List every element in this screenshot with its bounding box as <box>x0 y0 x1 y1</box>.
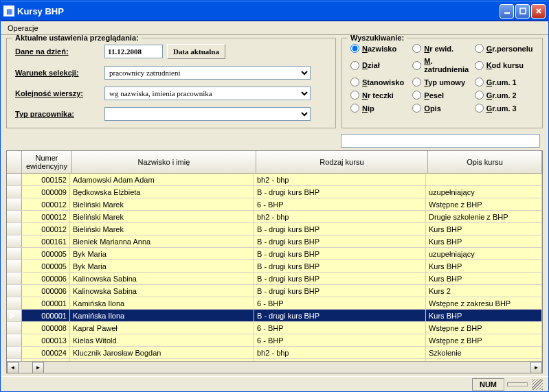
table-row[interactable]: 000005Byk MariaB - drugi kurs BHPKurs BH… <box>7 260 542 273</box>
radio-input[interactable] <box>412 91 421 100</box>
search-input[interactable] <box>341 134 540 148</box>
table-row[interactable]: 000009Będkowska ElżbietaB - drugi kurs B… <box>7 186 542 198</box>
cell-num[interactable]: 000006 <box>22 285 70 297</box>
table-row[interactable]: 000152Adamowski Adam Adambh2 - bhp <box>7 174 542 186</box>
cell-name[interactable]: Byk Maria <box>70 260 254 272</box>
cell-num[interactable]: 000009 <box>22 186 70 198</box>
cell-type[interactable]: B - drugi kurs BHP <box>254 223 426 235</box>
radio-input[interactable] <box>412 44 421 53</box>
radio-input[interactable] <box>412 61 421 70</box>
cell-name[interactable]: Kielas Witold <box>70 334 254 346</box>
cell-desc[interactable]: Kurs BHP <box>426 223 542 235</box>
filter-combo[interactable]: pracownicy zatrudnieni <box>104 66 311 80</box>
order-combo[interactable]: wg nazwiska, imienia pracownika <box>104 87 311 100</box>
cell-type[interactable]: B - drugi kurs BHP <box>254 248 426 260</box>
cell-num[interactable]: 000161 <box>22 235 70 247</box>
horizontal-scrollbar[interactable]: ◄ ► ► <box>7 361 542 373</box>
row-header[interactable] <box>7 223 22 235</box>
cell-num[interactable]: 000005 <box>22 248 70 260</box>
table-row[interactable]: 000161Bieniek Marianna AnnaB - drugi kur… <box>7 235 542 248</box>
menu-operacje[interactable]: Operacje <box>3 23 43 34</box>
cell-type[interactable]: bh2 - bhp <box>254 174 426 185</box>
cell-desc[interactable]: Wstępne z BHP <box>426 334 542 346</box>
cell-desc[interactable]: Szkolenie <box>426 347 542 358</box>
cell-name[interactable]: Byk Maria <box>70 248 254 260</box>
col-header-name[interactable]: Nazwisko i imię <box>72 151 256 173</box>
cell-desc[interactable]: Wstępne z BHP <box>426 322 542 334</box>
scroll-left-button[interactable]: ◄ <box>7 362 19 373</box>
cell-name[interactable]: Kalinowska Sabina <box>70 285 254 297</box>
search-radio-nip[interactable]: Nip <box>350 104 410 113</box>
table-row[interactable]: ▶000001Kamińska IlonaB - drugi kurs BHPK… <box>7 310 542 322</box>
table-row[interactable]: 000006Kalinowska SabinaB - drugi kurs BH… <box>7 273 542 285</box>
cell-num[interactable]: 000001 <box>22 310 70 321</box>
table-row[interactable]: 000024Klucznik Jarosław Bogdanbh2 - bhpS… <box>7 347 542 359</box>
table-row[interactable]: 000005Byk MariaB - drugi kurs BHPuzupełn… <box>7 248 542 260</box>
cell-type[interactable]: 6 - BHP <box>254 297 426 309</box>
cell-name[interactable]: Będkowska Elżbieta <box>70 186 254 198</box>
col-header-num[interactable]: Numer ewidencyjny <box>22 151 72 173</box>
radio-input[interactable] <box>412 78 421 87</box>
radio-input[interactable] <box>475 44 484 53</box>
cell-desc[interactable]: Kurs BHP <box>426 235 542 247</box>
search-radio-nazwisko[interactable]: Nazwisko <box>350 44 410 53</box>
row-header[interactable] <box>7 297 22 309</box>
cell-num[interactable]: 000001 <box>22 297 70 309</box>
radio-input[interactable] <box>412 104 421 113</box>
search-radio-kod-kursu[interactable]: Kod kursu <box>475 57 534 73</box>
search-radio-nr-ewid-[interactable]: Nr ewid. <box>412 44 471 53</box>
table-row[interactable]: 000012Bieliński Marek6 - BHPWstępne z BH… <box>7 198 542 211</box>
radio-input[interactable] <box>475 61 484 70</box>
row-header[interactable]: ▶ <box>7 310 22 321</box>
cell-num[interactable]: 000006 <box>22 273 70 284</box>
cell-desc[interactable]: Wstępne z BHP <box>426 198 542 210</box>
search-radio-m-zatrudnienia[interactable]: M. zatrudnienia <box>412 57 471 73</box>
search-radio-gr-um-3[interactable]: Gr.um. 3 <box>475 104 534 113</box>
close-button[interactable] <box>531 4 546 19</box>
date-input[interactable] <box>104 45 163 58</box>
cell-name[interactable]: Kalinowska Sabina <box>70 273 254 284</box>
cell-type[interactable]: B - drugi kurs BHP <box>254 186 426 198</box>
cell-num[interactable]: 000008 <box>22 322 70 334</box>
cell-desc[interactable]: Kurs 2 <box>426 285 542 297</box>
cell-name[interactable]: Bieniek Marianna Anna <box>70 235 254 247</box>
row-header[interactable] <box>7 273 22 284</box>
cell-name[interactable]: Bieliński Marek <box>70 198 254 210</box>
row-header[interactable] <box>7 285 22 297</box>
scroll-right-mid-button[interactable]: ► <box>32 362 44 373</box>
cell-num[interactable]: 000152 <box>22 174 70 185</box>
radio-input[interactable] <box>475 78 484 87</box>
cell-desc[interactable]: Kurs BHP <box>426 260 542 272</box>
grid-header-corner[interactable] <box>7 151 22 173</box>
row-header[interactable] <box>7 235 22 247</box>
radio-input[interactable] <box>475 104 484 113</box>
current-date-button[interactable]: Data aktualna <box>167 44 225 59</box>
cell-type[interactable]: B - drugi kurs BHP <box>254 285 426 297</box>
titlebar[interactable]: ▦ Kursy BHP <box>1 1 548 21</box>
cell-desc[interactable] <box>426 174 542 185</box>
cell-name[interactable]: Bieliński Marek <box>70 211 254 222</box>
cell-num[interactable]: 000005 <box>22 260 70 272</box>
row-header[interactable] <box>7 334 22 346</box>
cell-type[interactable]: 6 - BHP <box>254 334 426 346</box>
cell-name[interactable]: Kapral Paweł <box>70 322 254 334</box>
cell-type[interactable]: B - drugi kurs BHP <box>254 273 426 284</box>
row-header[interactable] <box>7 248 22 260</box>
resize-grip-icon[interactable] <box>532 379 543 390</box>
scroll-right-button[interactable]: ► <box>530 362 542 373</box>
cell-type[interactable]: B - drugi kurs BHP <box>254 310 426 321</box>
cell-type[interactable]: B - drugi kurs BHP <box>254 260 426 272</box>
row-header[interactable] <box>7 322 22 334</box>
cell-desc[interactable]: Kurs BHP <box>426 273 542 284</box>
grid-body[interactable]: 000152Adamowski Adam Adambh2 - bhp000009… <box>7 174 542 361</box>
cell-desc[interactable]: Wstępne z zakresu BHP <box>426 297 542 309</box>
table-row[interactable]: 000013Kielas Witold6 - BHPWstępne z BHP <box>7 334 542 347</box>
table-row[interactable]: 000012Bieliński Marekbh2 - bhpDrugie szk… <box>7 211 542 223</box>
cell-num[interactable]: 000012 <box>22 211 70 222</box>
search-radio-nr-teczki[interactable]: Nr teczki <box>350 91 410 100</box>
row-header[interactable] <box>7 186 22 198</box>
cell-num[interactable]: 000012 <box>22 223 70 235</box>
type-combo[interactable] <box>104 107 311 121</box>
search-radio-typ-umowy[interactable]: Typ umowy <box>412 78 471 87</box>
table-row[interactable]: 000006Kalinowska SabinaB - drugi kurs BH… <box>7 285 542 297</box>
